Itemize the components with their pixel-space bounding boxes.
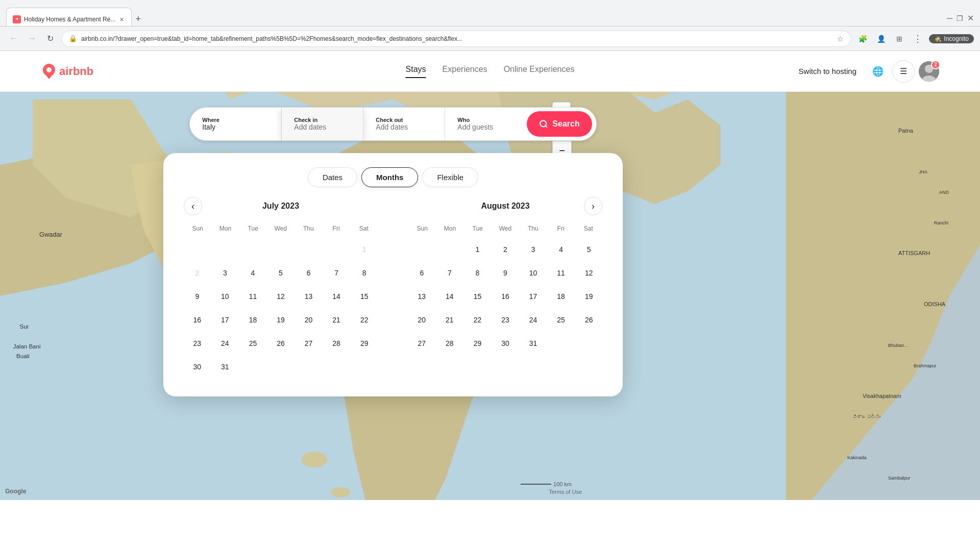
calendar-day[interactable]: 6 — [410, 262, 433, 284]
avatar-wrapper[interactable]: 2 — [919, 61, 939, 82]
calendar-day[interactable]: 26 — [270, 332, 292, 355]
calendar-day[interactable]: 25 — [241, 332, 264, 355]
map-terms[interactable]: Terms of Use — [549, 489, 582, 495]
calendar-day[interactable]: 20 — [410, 309, 433, 331]
calendar-day[interactable]: 22 — [353, 309, 376, 331]
calendar-day[interactable]: 31 — [522, 332, 545, 355]
menu-button[interactable]: ☰ — [892, 60, 915, 83]
google-logo: Google — [5, 488, 26, 495]
r-day-header-tue: Tue — [464, 221, 492, 236]
calendar-day[interactable]: 9 — [186, 285, 208, 308]
calendar-day — [325, 356, 348, 378]
calendar-day[interactable]: 24 — [214, 332, 236, 355]
where-field[interactable]: Where Italy — [190, 108, 282, 140]
checkin-field[interactable]: Check in Add dates — [282, 108, 363, 140]
calendar-day[interactable]: 31 — [214, 356, 236, 378]
extensions-button[interactable]: 🧩 — [855, 32, 870, 46]
calendar-day[interactable]: 21 — [325, 309, 348, 331]
calendar-day[interactable]: 25 — [550, 309, 572, 331]
calendar-day — [214, 238, 236, 261]
calendar-day[interactable]: 23 — [186, 332, 208, 355]
r-day-header-mon: Mon — [436, 221, 463, 236]
calendar-day[interactable]: 3 — [522, 238, 545, 261]
who-field[interactable]: Who Add guests — [445, 108, 527, 140]
profile-button[interactable]: 👤 — [874, 32, 888, 46]
new-tab-button[interactable]: + — [132, 8, 145, 26]
calendar-day[interactable]: 22 — [466, 309, 488, 331]
nav-stays[interactable]: Stays — [406, 65, 426, 78]
nav-online-experiences[interactable]: Online Experiences — [504, 65, 575, 78]
nav-experiences[interactable]: Experiences — [443, 65, 487, 78]
calendar-day[interactable]: 8 — [466, 262, 488, 284]
calendar-day[interactable]: 3 — [214, 262, 236, 284]
calendar-day[interactable]: 21 — [438, 309, 461, 331]
calendar-day[interactable]: 11 — [550, 262, 572, 284]
calendar-day[interactable]: 28 — [438, 332, 461, 355]
address-bar[interactable]: 🔒 airbnb.co.in/?drawer_open=true&tab_id=… — [61, 31, 851, 47]
forward-button[interactable]: → — [24, 32, 39, 46]
tab-close-icon[interactable]: × — [118, 14, 125, 24]
calendar-day[interactable]: 9 — [494, 262, 517, 284]
calendar-day[interactable]: 13 — [410, 285, 433, 308]
checkout-field[interactable]: Check out Add dates — [363, 108, 445, 140]
more-button[interactable]: ⋮ — [911, 32, 925, 46]
calendar-day[interactable]: 16 — [186, 309, 208, 331]
calendar-day[interactable]: 17 — [522, 285, 545, 308]
back-button[interactable]: ← — [6, 32, 20, 46]
calendar-day[interactable]: 7 — [438, 262, 461, 284]
calendar-day[interactable]: 12 — [270, 285, 292, 308]
calendar-day[interactable]: 4 — [550, 238, 572, 261]
calendar-day[interactable]: 4 — [241, 262, 264, 284]
calendar-day[interactable]: 17 — [214, 309, 236, 331]
calendar-day[interactable]: 18 — [550, 285, 572, 308]
calendar-day[interactable]: 27 — [410, 332, 433, 355]
svg-text:Brahmapur: Brahmapur — [914, 363, 937, 368]
calendar-day[interactable]: 15 — [353, 285, 376, 308]
calendar-day[interactable]: 29 — [353, 332, 376, 355]
calendar-day[interactable]: 10 — [214, 285, 236, 308]
calendar-day[interactable]: 8 — [353, 262, 376, 284]
reload-button[interactable]: ↻ — [43, 32, 57, 46]
calendar-day[interactable]: 7 — [325, 262, 348, 284]
calendar-day[interactable]: 14 — [438, 285, 461, 308]
search-button[interactable]: Search — [527, 111, 592, 137]
calendar-day[interactable]: 5 — [270, 262, 292, 284]
calendar-day[interactable]: 12 — [578, 262, 600, 284]
close-icon[interactable]: ✕ — [967, 13, 974, 23]
calendar-day[interactable]: 1 — [466, 238, 488, 261]
calendar-day[interactable]: 10 — [522, 262, 545, 284]
calendar-day[interactable]: 18 — [241, 309, 264, 331]
calendar-day[interactable]: 20 — [298, 309, 320, 331]
calendar-day[interactable]: 30 — [186, 356, 208, 378]
calendar-day[interactable]: 24 — [522, 309, 545, 331]
months-tab[interactable]: Months — [361, 167, 418, 187]
calendar-day[interactable]: 27 — [298, 332, 320, 355]
switch-hosting-button[interactable]: Switch to hosting — [792, 62, 864, 81]
calendar-day[interactable]: 6 — [298, 262, 320, 284]
calendar-day[interactable]: 13 — [298, 285, 320, 308]
calendar-day[interactable]: 29 — [466, 332, 488, 355]
sync-button[interactable]: ⊞ — [892, 32, 906, 46]
calendar-day[interactable]: 2 — [494, 238, 517, 261]
calendar-day[interactable]: 19 — [270, 309, 292, 331]
calendar-day[interactable]: 28 — [325, 332, 348, 355]
flexible-tab[interactable]: Flexible — [422, 167, 478, 187]
calendar-day[interactable]: 15 — [466, 285, 488, 308]
bookmark-icon[interactable]: ☆ — [837, 35, 844, 43]
calendar-day[interactable]: 19 — [578, 285, 600, 308]
calendar-day[interactable]: 11 — [241, 285, 264, 308]
calendar-day[interactable]: 30 — [494, 332, 517, 355]
active-tab[interactable]: ✦ Holiday Homes & Apartment Re... × — [6, 8, 132, 26]
next-month-button[interactable]: › — [584, 197, 602, 215]
calendar-day[interactable]: 5 — [578, 238, 600, 261]
minimize-icon[interactable]: ─ — [947, 14, 952, 23]
calendar-day[interactable]: 23 — [494, 309, 517, 331]
logo[interactable]: airbnb — [41, 63, 93, 80]
maximize-icon[interactable]: ❐ — [957, 14, 963, 22]
calendar-day[interactable]: 26 — [578, 309, 600, 331]
language-button[interactable]: 🌐 — [868, 61, 888, 82]
calendar-day[interactable]: 14 — [325, 285, 348, 308]
prev-month-button[interactable]: ‹ — [184, 197, 202, 215]
calendar-day[interactable]: 16 — [494, 285, 517, 308]
dates-tab[interactable]: Dates — [308, 167, 357, 187]
